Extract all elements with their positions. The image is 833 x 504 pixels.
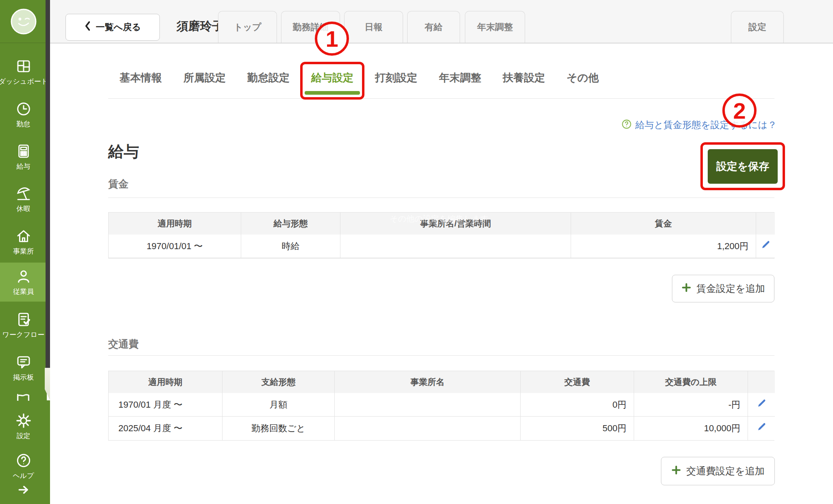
wage-row-period: 1970/01/01 〜 — [109, 235, 241, 258]
commute-row-edit-button[interactable] — [748, 417, 775, 440]
sidebar-item-office[interactable]: 事業所 — [0, 222, 47, 261]
sidebar-item-board[interactable]: 掲示板 — [0, 348, 47, 387]
sidebar-item-settings[interactable]: 設定 — [0, 407, 47, 446]
annotation-step-1: 1 — [315, 22, 349, 56]
wage-col-amount: 賃金 — [571, 213, 756, 235]
sidebar-item-label: 事業所 — [13, 247, 34, 256]
commute-section-divider — [108, 355, 774, 356]
sidebar-item-label: 従業員 — [13, 287, 34, 296]
commute-col-limit: 交通費の上限 — [634, 371, 748, 393]
gear-icon — [15, 412, 32, 429]
wage-col-type: 給与形態 — [241, 213, 340, 235]
subtab-affiliation[interactable]: 所属設定 — [183, 71, 226, 85]
sidebar-collapse-arrow[interactable] — [0, 483, 47, 498]
annotation-step-2: 2 — [722, 93, 757, 128]
employee-name: 須磨玲子 — [177, 12, 224, 41]
commute-row-period: 2025/04 月度 〜 — [109, 417, 222, 440]
sidebar: ダッシュボード 勤怠 給与 — [0, 0, 47, 504]
tab-top[interactable]: トップ — [218, 11, 277, 43]
pencil-icon — [756, 422, 767, 435]
sidebar-item-label: 給与 — [17, 162, 31, 171]
wage-row-office — [340, 235, 571, 258]
commute-row-amount: 500円 — [521, 417, 634, 440]
wage-col-period: 適用時期 — [109, 213, 241, 235]
settings-subtabs: 基本情報 所属設定 勤怠設定 給与設定 打刻設定 年末調整 扶養設定 その他 — [120, 71, 599, 85]
dashboard-icon — [15, 58, 32, 75]
umbrella-icon — [15, 185, 32, 202]
subtab-other[interactable]: その他 — [567, 71, 599, 85]
commute-row-type: 月額 — [222, 393, 335, 417]
app-window: ダッシュボード 勤怠 給与 — [0, 0, 833, 504]
wage-section-label: 賃金 — [108, 177, 129, 191]
commute-col-office: 事業所名 — [335, 371, 521, 393]
workflow-icon — [15, 311, 32, 328]
clock-icon — [15, 100, 32, 117]
add-commute-setting-button[interactable]: 交通費設定を追加 — [661, 457, 775, 485]
subtab-attendance[interactable]: 勤怠設定 — [247, 71, 290, 85]
plus-icon — [671, 465, 681, 478]
commute-col-amount: 交通費 — [521, 371, 634, 393]
commute-row-office — [335, 417, 521, 440]
commute-row-type: 勤務回数ごと — [222, 417, 335, 440]
help-link-label: 給与と賃金形態を設定するには？ — [635, 119, 777, 131]
avatar[interactable] — [0, 0, 47, 43]
sidebar-item-label: ヘルプ — [13, 471, 34, 480]
subtab-year-end[interactable]: 年末調整 — [439, 71, 481, 85]
sidebar-item-label: 休暇 — [17, 204, 31, 213]
save-settings-button[interactable]: 設定を保存 — [708, 149, 778, 184]
calculator-icon — [15, 143, 32, 160]
help-icon — [15, 452, 32, 469]
sidebar-item-label: 掲示板 — [13, 373, 34, 382]
subtabs-divider — [108, 98, 774, 99]
sidebar-item-workflow[interactable]: ワークフロー — [0, 306, 47, 345]
tab-paid-leave[interactable]: 有給 — [407, 11, 460, 43]
commute-row-period: 1970/01 月度 〜 — [109, 393, 222, 417]
add-wage-label: 賃金設定を追加 — [696, 282, 765, 295]
question-circle-icon — [621, 119, 632, 131]
sidebar-item-attendance[interactable]: 勤怠 — [0, 95, 47, 134]
back-to-list-button[interactable]: 一覧へ戻る — [65, 14, 160, 41]
commute-section-label: 交通費 — [108, 337, 139, 351]
commute-row-edit-button[interactable] — [748, 393, 775, 417]
annotation-redbox-2: 設定を保存 — [700, 142, 785, 190]
office-icon — [15, 228, 32, 245]
subtab-dependents[interactable]: 扶養設定 — [503, 71, 545, 85]
panel-shadow-strip — [46, 0, 50, 368]
flag-icon-partial — [14, 392, 40, 401]
subtab-payroll-label: 給与設定 — [311, 72, 353, 84]
commute-row-amount: 0円 — [521, 393, 634, 417]
commute-row-limit: 10,000円 — [634, 417, 748, 440]
add-commute-label: 交通費設定を追加 — [686, 465, 765, 478]
back-button-label: 一覧へ戻る — [96, 21, 141, 33]
commute-row-limit: -円 — [634, 393, 748, 417]
sidebar-item-label: 設定 — [17, 431, 31, 441]
main-content: 一覧へ戻る 須磨玲子 トップ 勤務詳細 日報 有給 年末調整 設定 基本情報 所… — [50, 0, 833, 504]
sidebar-item-vacation[interactable]: 休暇 — [0, 180, 47, 219]
tab-daily-report[interactable]: 日報 — [344, 11, 403, 43]
wage-row-type: 時給 — [241, 235, 340, 258]
wage-row-edit-button[interactable] — [756, 235, 775, 258]
add-wage-setting-button[interactable]: 賃金設定を追加 — [672, 275, 774, 302]
active-subtab-underline — [305, 91, 360, 95]
ghost-tooltip-text: その他の設定を編集します — [390, 213, 488, 224]
arrow-right-icon — [17, 483, 31, 498]
sidebar-item-label: ダッシュボード — [0, 77, 48, 86]
wage-row-amount: 1,200円 — [571, 235, 756, 258]
sidebar-item-dashboard[interactable]: ダッシュボード — [0, 52, 47, 91]
subtab-time-stamp[interactable]: 打刻設定 — [375, 71, 417, 85]
subtab-payroll[interactable]: 給与設定 — [311, 71, 353, 85]
tab-year-end[interactable]: 年末調整 — [465, 11, 525, 43]
tab-settings[interactable]: 設定 — [731, 11, 784, 43]
sidebar-item-employees[interactable]: 従業員 — [0, 263, 47, 302]
smiley-avatar-icon — [10, 8, 37, 35]
commute-table: 適用時期 支給形態 事業所名 交通費 交通費の上限 1970/01 月度 〜 月… — [108, 371, 774, 441]
pencil-icon — [760, 240, 771, 253]
sidebar-item-payroll[interactable]: 給与 — [0, 137, 47, 176]
sidebar-item-help[interactable]: ヘルプ — [0, 447, 47, 486]
commute-col-edit — [748, 371, 775, 393]
pencil-icon — [756, 398, 767, 411]
plus-icon — [681, 282, 691, 295]
subtab-basic-info[interactable]: 基本情報 — [120, 71, 162, 85]
payroll-help-link[interactable]: 給与と賃金形態を設定するには？ — [621, 119, 777, 131]
wage-section-divider — [108, 198, 774, 198]
